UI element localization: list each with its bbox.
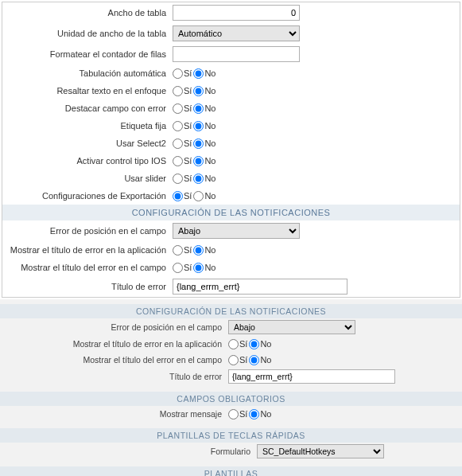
yes-label: Sí (184, 68, 192, 78)
form-select[interactable]: SC_DefaultHotkeys (257, 444, 384, 458)
export-config-no[interactable] (193, 191, 204, 201)
show-err-field-no[interactable] (193, 263, 204, 273)
no-label: No (204, 121, 215, 131)
use-select2-yes[interactable] (173, 139, 183, 149)
show-err-field-yes-2[interactable] (228, 355, 239, 365)
highlight-error-no[interactable] (193, 103, 204, 114)
no-label: No (204, 68, 215, 78)
table-width-label: Ancho de tabla (6, 8, 173, 18)
show-err-app-no[interactable] (193, 245, 204, 256)
table-width-input[interactable] (173, 5, 300, 21)
use-slider-no[interactable] (193, 174, 204, 184)
use-slider-yes[interactable] (173, 174, 183, 184)
auto-tab-radio: Sí No (173, 68, 456, 79)
yes-label: Sí (184, 156, 192, 166)
show-err-field-label-2: Mostrar el título del error en el campo (3, 355, 228, 365)
error-pos-select-2[interactable]: Abajo (228, 320, 355, 334)
yes-label: Sí (184, 191, 192, 201)
use-select2-no[interactable] (193, 139, 204, 149)
row-counter-format-input[interactable] (173, 46, 300, 62)
error-pos-label-2: Error de posición en el campo (3, 322, 228, 332)
error-pos-select[interactable]: Abajo (173, 223, 300, 239)
fixed-label-yes[interactable] (173, 121, 183, 131)
yes-label: Sí (184, 139, 192, 148)
show-err-field-label: Mostrar el título del error en el campo (6, 263, 173, 272)
error-title-input-2[interactable] (228, 369, 395, 384)
ios-control-no[interactable] (193, 156, 204, 166)
error-pos-label: Error de posición en el campo (6, 226, 173, 236)
yes-label: Sí (184, 86, 192, 96)
fixed-label-no[interactable] (193, 121, 204, 131)
no-label: No (204, 139, 215, 148)
yes-label: Sí (184, 103, 192, 113)
no-label: No (260, 339, 271, 349)
no-label: No (204, 191, 215, 201)
show-err-app-yes[interactable] (173, 245, 183, 256)
show-err-app-no-2[interactable] (249, 339, 259, 349)
templates-header: PLANTILLAS (0, 466, 462, 476)
export-config-label: Configuraciones de Exportación (6, 191, 173, 201)
no-label: No (260, 409, 271, 419)
show-message-no[interactable] (249, 409, 259, 419)
yes-label: Sí (184, 174, 192, 183)
use-slider-label: Usar slider (6, 174, 173, 183)
show-err-app-yes-2[interactable] (228, 339, 239, 349)
export-config-yes[interactable] (173, 191, 183, 201)
row-counter-format-label: Formatear el contador de filas (6, 49, 173, 59)
yes-label: Sí (239, 339, 247, 349)
yes-label: Sí (239, 355, 247, 365)
yes-label: Sí (184, 121, 192, 131)
highlight-error-label: Destacar campo con error (6, 103, 173, 113)
show-message-label: Mostrar mensaje (3, 409, 228, 419)
yes-label: Sí (184, 245, 192, 255)
ios-control-label: Activar control tipo IOS (6, 156, 173, 166)
no-label: No (204, 174, 215, 183)
notifications-header: CONFIGURACIÓN DE LAS NOTIFICACIONES (2, 205, 460, 220)
no-label: No (204, 245, 215, 255)
no-label: No (204, 263, 215, 272)
settings-panel: Ancho de tabla Unidad de ancho de la tab… (2, 2, 460, 298)
show-err-app-label: Mostrar el título de error en la aplicac… (6, 245, 173, 255)
show-err-field-no-2[interactable] (249, 355, 259, 365)
lower-zone: CONFIGURACIÓN DE LAS NOTIFICACIONES Erro… (0, 299, 462, 476)
auto-tab-yes[interactable] (173, 68, 183, 79)
highlight-focus-no[interactable] (193, 86, 204, 96)
error-title-label-2: Título de error (3, 372, 228, 381)
use-select2-label: Usar Select2 (6, 139, 173, 148)
yes-label: Sí (184, 263, 192, 272)
highlight-focus-yes[interactable] (173, 86, 183, 96)
highlight-focus-label: Resaltar texto en el enfoque (6, 86, 173, 96)
highlight-error-yes[interactable] (173, 103, 183, 114)
yes-label: Sí (239, 409, 247, 419)
required-fields-header: CAMPOS OBLIGATORIOS (0, 392, 462, 406)
hotkeys-header: PLANTILLAS DE TECLAS RÁPIDAS (0, 428, 462, 443)
form-label: Formulario (78, 447, 257, 456)
error-title-input[interactable] (173, 279, 347, 295)
fixed-label-label: Etiqueta fija (6, 121, 173, 131)
no-label: No (204, 103, 215, 113)
auto-tab-no[interactable] (193, 68, 204, 79)
auto-tab-label: Tabulación automática (6, 68, 173, 78)
table-width-unit-label: Unidad de ancho de la tabla (6, 29, 173, 38)
no-label: No (204, 156, 215, 166)
notifications-header-2: CONFIGURACIÓN DE LAS NOTIFICACIONES (0, 304, 462, 318)
show-message-yes[interactable] (228, 409, 239, 419)
ios-control-yes[interactable] (173, 156, 183, 166)
show-err-app-label-2: Mostrar el título de error en la aplicac… (3, 339, 228, 349)
no-label: No (260, 355, 271, 365)
table-width-unit-select[interactable]: Automático (173, 25, 300, 41)
no-label: No (204, 86, 215, 96)
show-err-field-yes[interactable] (173, 263, 183, 273)
error-title-label: Título de error (6, 282, 173, 291)
